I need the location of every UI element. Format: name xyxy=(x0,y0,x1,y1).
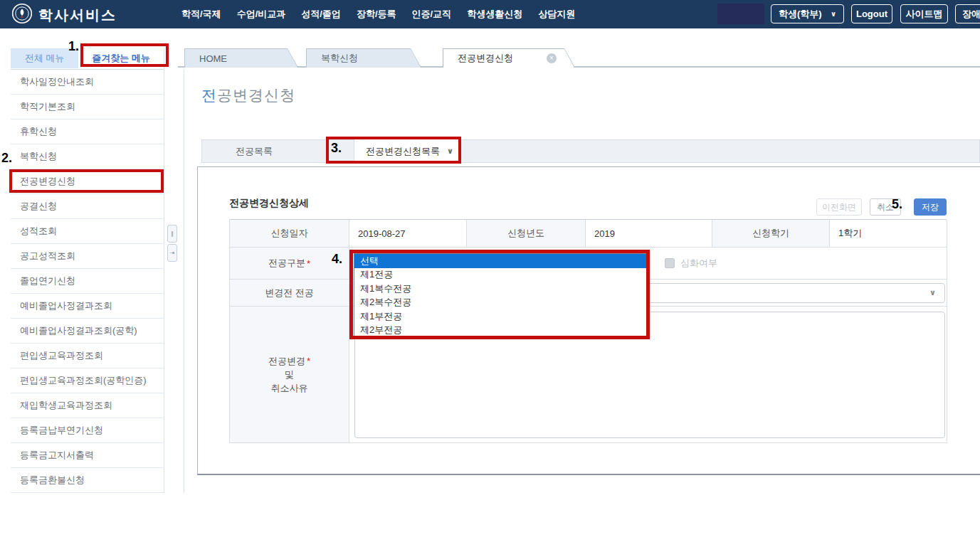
previous-screen-button[interactable]: 이전화면 xyxy=(816,198,862,216)
sidebar-item-grad-delay[interactable]: 졸업연기신청 xyxy=(11,269,164,294)
dropdown-option-double-major1[interactable]: 제1복수전공 xyxy=(354,282,648,296)
academic-services-portal: 학사서비스 학적/국제 수업/비교과 성적/졸업 장학/등록 인증/교직 학생생… xyxy=(0,0,980,547)
sidebar-item-grades[interactable]: 성적조회 xyxy=(11,219,164,244)
role-select[interactable]: 학생(학부) ∨ xyxy=(771,4,844,23)
dropdown-option-double-major2[interactable]: 제2복수전공 xyxy=(354,296,648,310)
required-asterisk: * xyxy=(307,356,310,366)
tab-return-application[interactable]: 복학신청 xyxy=(306,48,421,68)
top-header: 학사서비스 학적/국제 수업/비교과 성적/졸업 장학/등록 인증/교직 학생생… xyxy=(0,0,980,28)
content-divider xyxy=(184,69,184,493)
collapse-arrow-icon: ⇥ xyxy=(170,250,175,256)
university-seal-icon xyxy=(11,3,33,27)
logout-button[interactable]: Logout xyxy=(851,4,892,23)
sidebar-item-record[interactable]: 학적기본조회 xyxy=(11,95,164,120)
value-application-semester: 1학기 xyxy=(830,220,947,248)
intensive-checkbox-label: 심화여부 xyxy=(680,257,717,270)
section-title: 전공변경신청상세 xyxy=(229,197,309,210)
sidebar-item-absence[interactable]: 공결신청 xyxy=(11,194,164,219)
sidebar-item-schedule[interactable]: 학사일정안내조회 xyxy=(11,70,164,95)
tab-major-change-application[interactable]: 전공변경신청 × xyxy=(443,48,575,68)
subtab-major-list[interactable]: 전공목록 xyxy=(236,140,273,162)
sidebar-item-return[interactable]: 복학신청 xyxy=(11,144,164,169)
sidebar-item-posted-grades[interactable]: 공고성적조회 xyxy=(11,244,164,269)
intensive-checkbox-wrap: 심화여부 xyxy=(665,257,717,270)
dropdown-option-minor1[interactable]: 제1부전공 xyxy=(354,309,648,324)
major-type-dropdown: 선택 제1전공 제1복수전공 제2복수전공 제1부전공 제2부전공 xyxy=(354,253,648,338)
page-title: 전공변경신청 xyxy=(201,85,295,105)
sidebar-menu: 학사일정안내조회 학적기본조회 휴학신청 복학신청 전공변경신청 공결신청 성적… xyxy=(11,69,164,493)
sidebar-resize-handle[interactable]: ∥ xyxy=(167,225,177,243)
sidebar-item-tuition-delay[interactable]: 등록금납부연기신청 xyxy=(11,418,164,443)
sidebar-item-transfer-curriculum-eng[interactable]: 편입생교육과정조회(공학인증) xyxy=(11,368,164,393)
intensive-checkbox[interactable] xyxy=(665,258,675,268)
app-title: 학사서비스 xyxy=(38,6,117,25)
label-change-reason: 전공변경* 및 취소사유 xyxy=(230,307,349,443)
label-previous-major: 변경전 전공 xyxy=(230,280,349,307)
subtab-application-list[interactable]: 전공변경신청목록 ∨ xyxy=(354,139,459,163)
sidebar-item-tuition-refund[interactable]: 등록금환불신청 xyxy=(11,468,164,493)
required-asterisk: * xyxy=(307,258,310,269)
chevron-down-icon: ∨ xyxy=(831,10,836,18)
accessibility-button[interactable]: 장애접수 xyxy=(955,4,980,23)
dropdown-option-minor2[interactable]: 제2부전공 xyxy=(354,324,648,338)
sidebar-item-leave[interactable]: 휴학신청 xyxy=(11,120,164,144)
sidebar-tab-all-menu[interactable]: 전체 메뉴 xyxy=(11,48,78,68)
sidebar-divider xyxy=(164,48,164,493)
dropdown-option-major1[interactable]: 제1전공 xyxy=(354,268,648,282)
grip-icon: ∥ xyxy=(171,230,174,237)
sidebar-collapse-button[interactable]: ⇥ xyxy=(167,244,177,262)
label-application-date: 신청일자 xyxy=(230,220,349,248)
sidebar-tab-favorites[interactable]: 즐겨찾는 메뉴 xyxy=(78,48,164,68)
sidebar-item-major-change[interactable]: 전공변경신청 xyxy=(11,169,164,194)
cancel-button[interactable]: 취소 xyxy=(870,198,901,216)
sidebar-item-pregrad-result[interactable]: 예비졸업사정결과조회 xyxy=(11,294,164,319)
tabbar-baseline xyxy=(178,66,980,68)
chevron-down-icon: ∨ xyxy=(929,288,936,297)
nav-item-seongjeok[interactable]: 성적/졸업 xyxy=(301,8,341,21)
nav-item-sueop[interactable]: 수업/비교과 xyxy=(237,8,286,21)
nav-item-hakjeok[interactable]: 학적/국제 xyxy=(181,8,221,21)
chevron-down-icon: ∨ xyxy=(447,147,453,156)
logo-area[interactable]: 학사서비스 xyxy=(11,3,117,27)
value-application-year: 2019 xyxy=(586,220,712,248)
dropdown-option-select[interactable]: 선택 xyxy=(354,254,648,268)
label-application-year: 신청년도 xyxy=(467,220,586,248)
save-button[interactable]: 저장 xyxy=(914,198,947,216)
nav-item-haksaeng[interactable]: 학생생활신청 xyxy=(467,8,522,21)
sidebar-item-transfer-curriculum[interactable]: 편입생교육과정조회 xyxy=(11,344,164,368)
label-application-semester: 신청학기 xyxy=(712,220,830,248)
value-application-date: 2019-08-27 xyxy=(349,220,467,248)
label-major-type: 전공구분* xyxy=(230,248,349,280)
top-nav: 학적/국제 수업/비교과 성적/졸업 장학/등록 인증/교직 학생생활신청 상담… xyxy=(181,0,575,28)
subtab-bar: 전공목록 전공변경신청목록 ∨ xyxy=(201,139,980,163)
nav-item-sangdam[interactable]: 상담지원 xyxy=(538,8,575,21)
role-select-value: 학생(학부) xyxy=(779,8,822,21)
sidebar-item-tuition-bill[interactable]: 등록금고지서출력 xyxy=(11,443,164,468)
tab-home[interactable]: HOME xyxy=(184,48,298,68)
sitemap-button[interactable]: 사이트맵 xyxy=(900,4,948,23)
sidebar-item-pregrad-result-eng[interactable]: 예비졸업사정결과조회(공학) xyxy=(11,319,164,344)
user-name-redacted xyxy=(717,4,764,24)
nav-item-janghak[interactable]: 장학/등록 xyxy=(357,8,396,21)
sidebar-item-readmit-curriculum[interactable]: 재입학생교육과정조회 xyxy=(11,393,164,418)
close-tab-icon[interactable]: × xyxy=(547,53,557,63)
nav-item-injeung[interactable]: 인증/교직 xyxy=(412,8,452,21)
